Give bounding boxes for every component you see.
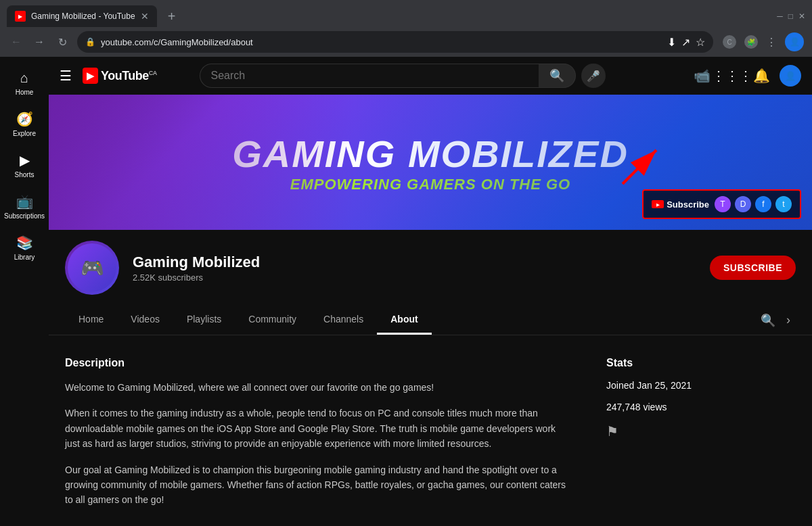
forward-button[interactable]: → [31,36,47,48]
apps-button[interactable]: ⋮⋮⋮ [720,64,744,88]
tab-title: Gaming Mobilized - YouTube [31,11,135,21]
library-icon: 📚 [16,235,33,251]
share-icon[interactable]: ↗ [681,36,690,49]
description-section: Description Welcome to Gaming Mobilized,… [65,357,566,519]
title-bar: Gaming Mobilized - YouTube ✕ + ─ □ ✕ [0,0,812,27]
sidebar-label-shorts: Shorts [15,171,35,178]
new-tab-button[interactable]: + [162,9,181,24]
yt-mini-icon: ▶ [652,200,664,208]
discord-icon[interactable]: D [735,196,751,212]
lock-icon: 🔒 [85,37,95,47]
user-avatar[interactable]: 👤 [780,65,801,87]
yt-logo-text: YouTubeCA [101,69,157,83]
tab-more-icon[interactable]: › [781,308,796,333]
twitch-icon[interactable]: T [715,196,731,212]
tab-about[interactable]: About [377,306,431,335]
avatar-icon: 🎮 [81,257,104,279]
back-button[interactable]: ← [8,36,24,48]
tab-search-icon[interactable]: 🔍 [755,308,781,333]
bookmark-icon[interactable]: ☆ [696,36,705,49]
browser-actions: C 🧩 ⋮ 👤 [723,32,804,51]
top-nav: ☰ ▶ YouTubeCA 🔍 🎤 📹 ⋮⋮⋮ 🔔 👤 [49,57,812,95]
about-content: Description Welcome to Gaming Mobilized,… [49,335,812,526]
notifications-button[interactable]: 🔔 [750,64,774,88]
sidebar: ⌂ Home 🧭 Explore ▶ Shorts 📺 Subscription… [0,57,49,526]
home-icon: ⌂ [20,70,28,86]
sidebar-item-subscriptions[interactable]: 📺 Subscriptions [3,185,46,224]
puzzle-icon[interactable]: 🧩 [744,35,758,49]
sidebar-label-subscriptions: Subscriptions [4,212,45,220]
sidebar-item-library[interactable]: 📚 Library [3,226,46,265]
url-text: youtube.com/c/GamingMobilized/about [101,37,662,47]
banner-subscribe-box: ▶ Subscribe T D f t [642,189,801,219]
stat-joined: Joined Jan 25, 2021 [606,380,796,391]
mic-button[interactable]: 🎤 [581,64,606,88]
avatar-inner: 🎮 [68,243,116,292]
extension-icon[interactable]: C [723,35,736,49]
yt-country: CA [149,70,157,76]
create-button[interactable]: 📹 [690,64,715,88]
sidebar-item-shorts[interactable]: ▶ Shorts [3,144,46,183]
sidebar-label-explore: Explore [13,130,36,137]
arrow-annotation [616,137,670,193]
browser-menu-icon[interactable]: ⋮ [766,36,777,49]
explore-icon: 🧭 [16,111,33,127]
tab-close-button[interactable]: ✕ [141,11,149,22]
address-bar: ← → ↻ 🔒 youtube.com/c/GamingMobilized/ab… [0,27,812,57]
channel-subscribers: 2.52K subscribers [133,272,696,283]
stat-views: 247,748 views [606,402,796,412]
tab-home[interactable]: Home [65,306,117,335]
banner-subscribe-label: Subscribe [667,199,709,210]
description-paragraph-2: When it comes to the gaming industry as … [65,406,566,451]
subscribe-button[interactable]: SUBSCRIBE [710,256,796,280]
sidebar-item-home[interactable]: ⌂ Home [3,62,46,100]
youtube-app: ⌂ Home 🧭 Explore ▶ Shorts 📺 Subscription… [0,57,812,526]
refresh-button[interactable]: ↻ [54,36,70,49]
channel-avatar: 🎮 [65,241,119,295]
browser-profile[interactable]: 👤 [785,32,804,51]
main-content: ☰ ▶ YouTubeCA 🔍 🎤 📹 ⋮⋮⋮ 🔔 👤 [49,57,812,526]
twitter-icon[interactable]: t [775,196,792,212]
close-window-button[interactable]: ✕ [798,11,805,21]
joined-value: Joined Jan 25, 2021 [606,380,796,391]
yt-logo-icon: ▶ [83,68,98,84]
tab-community[interactable]: Community [235,306,310,335]
tab-videos[interactable]: Videos [117,306,173,335]
nav-actions: 📹 ⋮⋮⋮ 🔔 👤 [690,64,801,88]
description-paragraph-1: Welcome to Gaming Mobilized, where we al… [65,380,566,395]
svg-line-1 [623,150,656,184]
views-value: 247,748 views [606,402,796,412]
description-title: Description [65,357,566,369]
facebook-icon[interactable]: f [755,196,771,212]
channel-banner: GAMING MOBILIZED EMPOWERING GAMERS ON TH… [49,95,812,230]
channel-info: 🎮 Gaming Mobilized 2.52K subscribers SUB… [49,230,812,306]
tab-favicon [15,11,26,22]
minimize-button[interactable]: ─ [777,11,783,21]
social-links: T D f t [715,196,792,212]
hamburger-menu[interactable]: ☰ [60,68,72,84]
stats-section: Stats Joined Jan 25, 2021 247,748 views … [606,357,796,519]
banner-subscribe-button[interactable]: ▶ Subscribe [652,199,709,210]
url-box[interactable]: 🔒 youtube.com/c/GamingMobilized/about ⬇ … [77,31,713,53]
sidebar-label-home: Home [16,89,34,96]
search-area: 🔍 🎤 [200,64,606,88]
search-box: 🔍 [200,64,576,88]
download-icon[interactable]: ⬇ [667,36,676,49]
shorts-icon: ▶ [20,152,30,168]
tab-channels[interactable]: Channels [310,306,377,335]
channel-meta: Gaming Mobilized 2.52K subscribers [133,254,696,283]
search-input[interactable] [200,64,539,88]
channel-name: Gaming Mobilized [133,254,696,271]
search-button[interactable]: 🔍 [539,64,576,88]
window-controls: ─ □ ✕ [777,11,805,21]
browser-tab[interactable]: Gaming Mobilized - YouTube ✕ [7,5,157,27]
maximize-button[interactable]: □ [788,11,793,21]
youtube-logo[interactable]: ▶ YouTubeCA [83,68,157,84]
stats-title: Stats [606,357,796,369]
channel-tabs: Home Videos Playlists Community Channels… [49,306,812,335]
sidebar-item-explore[interactable]: 🧭 Explore [3,103,46,141]
sidebar-label-library: Library [14,254,35,261]
flag-icon[interactable]: ⚑ [606,423,796,439]
description-paragraph-3: Our goal at Gaming Mobilized is to champ… [65,462,566,508]
tab-playlists[interactable]: Playlists [173,306,235,335]
